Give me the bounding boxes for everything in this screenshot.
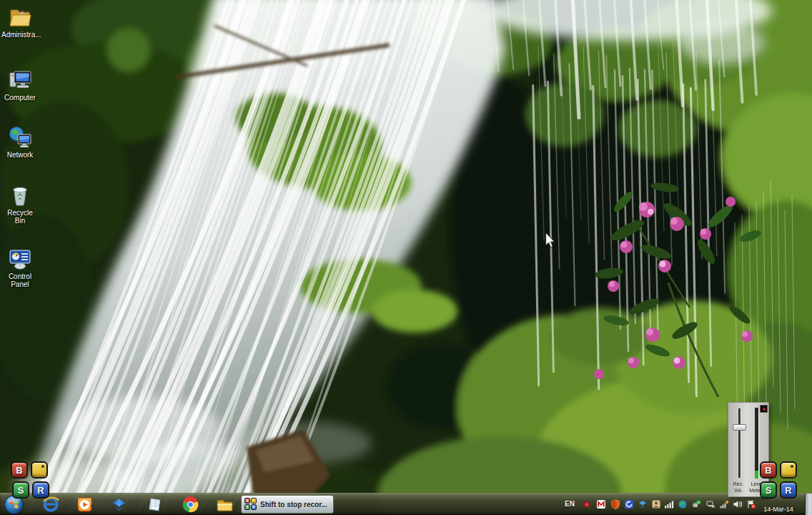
recording-status-button[interactable]: B S R Shift to stop recor... — [241, 495, 334, 514]
taskbar-chrome[interactable] — [180, 496, 200, 513]
recorder-overlay-left: B S R — [11, 461, 51, 500]
tile-letter: S — [246, 506, 248, 509]
dropbox-icon — [110, 496, 128, 514]
tray-maroon-camera-icon[interactable] — [582, 499, 592, 509]
icon-label: Control Panel — [1, 273, 39, 288]
recording-status-label: Shift to stop recor... — [260, 501, 327, 509]
desktop-icon-network[interactable]: Network — [1, 124, 39, 159]
record-indicator-button[interactable] — [760, 405, 768, 413]
tile-letter: R — [785, 485, 791, 496]
recorder-tile-r[interactable]: R — [32, 481, 49, 499]
mini-tile-b: B — [244, 498, 250, 504]
recorder-tile-r[interactable]: R — [780, 481, 797, 499]
user-folder-icon — [7, 4, 33, 30]
taskbar-notepad[interactable] — [144, 496, 164, 513]
tray-red-m-logo-icon[interactable] — [596, 499, 606, 509]
tile-letter: R — [37, 485, 44, 496]
desktop-icon-recycle-bin[interactable]: Recycle Bin — [1, 182, 39, 225]
icon-label: Recycle Bin — [1, 209, 39, 225]
recorder-overlay-right: B S R — [760, 461, 800, 500]
screen-recorder-icon: B S R — [244, 498, 257, 511]
tile-letter: S — [18, 485, 24, 496]
media-player-icon — [76, 496, 94, 514]
icon-label: Network — [1, 151, 39, 159]
tray-network-pc-icon[interactable] — [705, 499, 716, 509]
tile-letter: B — [246, 499, 249, 503]
desktop-icon-computer[interactable]: Computer — [1, 67, 39, 102]
recycle-bin-icon — [7, 182, 33, 208]
icon-label: Computer — [1, 94, 39, 102]
taskbar: B S R Shift to stop recor... EN — [0, 493, 812, 515]
network-icon — [7, 124, 33, 150]
pause-dot-icon — [41, 465, 44, 468]
tile-letter: R — [252, 506, 255, 509]
wallpaper-waterfall — [0, 0, 812, 515]
recorder-tile-s[interactable]: S — [760, 481, 777, 499]
mini-tile-pause — [251, 498, 257, 504]
show-desktop-button[interactable] — [805, 494, 812, 515]
record-dot-icon — [763, 408, 766, 411]
desktop-icon-control-panel[interactable]: Control Panel — [1, 246, 39, 288]
taskbar-media-player[interactable] — [74, 496, 94, 513]
pause-dot-icon — [791, 465, 793, 468]
mini-tile-s: S — [244, 504, 250, 510]
recorder-tile-b[interactable]: B — [11, 461, 28, 479]
tray-messenger-icon[interactable] — [651, 499, 661, 509]
rec-volume-slider-track[interactable] — [738, 408, 741, 478]
control-panel-icon — [7, 246, 33, 272]
taskbar-windows-explorer[interactable] — [214, 496, 234, 513]
tray-usb-eject-icon[interactable] — [691, 499, 701, 509]
taskbar-dropbox[interactable] — [109, 496, 129, 513]
tray-blue-swirl-icon[interactable] — [624, 499, 634, 509]
chrome-icon — [182, 496, 199, 514]
folder-icon — [215, 495, 234, 514]
level-meter-fill — [755, 471, 758, 479]
recorder-tile-pause[interactable] — [780, 461, 797, 479]
tray-volume-icon[interactable] — [733, 499, 743, 509]
desktop-icon-administrator[interactable]: Administra... — [1, 4, 39, 39]
level-meter — [755, 408, 759, 479]
recorder-tile-s[interactable]: S — [12, 481, 29, 499]
mouse-cursor — [545, 232, 556, 248]
notepad-icon — [146, 496, 164, 514]
recorder-tile-b[interactable]: B — [760, 461, 777, 479]
tray-dropbox-icon[interactable] — [638, 499, 648, 509]
tile-letter: S — [766, 485, 772, 496]
rec-vol-label: Rec. — [729, 481, 748, 487]
tray-connection-status-icon[interactable] — [719, 499, 729, 509]
tray-security-shield-icon[interactable] — [610, 499, 620, 509]
tile-letter: B — [16, 465, 22, 476]
icon-label: Administra... — [1, 31, 39, 39]
mini-tile-r: R — [251, 504, 257, 510]
recorder-tile-pause[interactable] — [31, 461, 48, 479]
rec-volume-slider-handle[interactable] — [733, 424, 746, 431]
computer-icon — [7, 67, 33, 93]
tray-signal-bars-icon[interactable] — [664, 499, 674, 509]
clock-date[interactable]: 14-Mar-14 — [756, 506, 801, 513]
tile-letter: B — [765, 465, 771, 476]
tray-globe-icon[interactable] — [678, 499, 688, 509]
tray-action-center-flag-icon[interactable] — [746, 499, 756, 509]
language-indicator[interactable]: EN — [565, 500, 575, 508]
rec-vol-label: Vol. — [729, 488, 748, 494]
